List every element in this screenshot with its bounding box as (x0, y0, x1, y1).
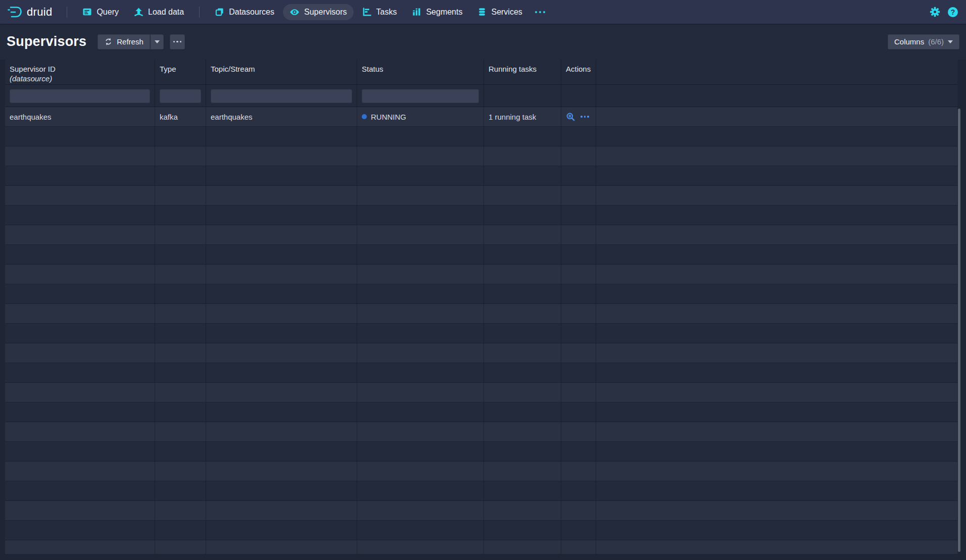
refresh-dropdown-button[interactable] (150, 34, 164, 49)
filter-input-type[interactable] (160, 89, 201, 103)
empty-cell (5, 462, 155, 481)
empty-cell (596, 127, 957, 146)
nav-overflow-more-icon[interactable] (530, 7, 550, 17)
nav-item-label: Tasks (376, 8, 397, 17)
empty-cell (596, 186, 957, 205)
empty-cell (206, 166, 357, 185)
empty-cell (596, 442, 957, 461)
empty-cell (596, 245, 957, 264)
nav-item-services[interactable]: Services (471, 4, 528, 20)
empty-cell (484, 166, 561, 185)
empty-cell (155, 166, 206, 185)
nav-item-supervisors[interactable]: Supervisors (283, 4, 353, 20)
empty-cell (155, 324, 206, 343)
empty-cell (561, 245, 596, 264)
nav-item-query[interactable]: Query (76, 4, 125, 20)
empty-cell (155, 186, 206, 205)
columns-dropdown-button[interactable]: Columns (6/6) (888, 34, 959, 49)
cell-running-tasks: 1 running task (484, 107, 561, 126)
empty-cell (484, 206, 561, 225)
nav-item-load-data[interactable]: Load data (127, 4, 190, 20)
header-more-button[interactable] (170, 34, 185, 49)
nav-right-controls: ? (930, 7, 958, 17)
columns-button-label: Columns (894, 37, 924, 46)
empty-cell (596, 363, 957, 382)
empty-cell (5, 127, 155, 146)
filter-input-topic-stream[interactable] (211, 89, 352, 103)
table-filter-row (5, 85, 957, 107)
druid-logo[interactable]: druid (7, 6, 52, 19)
nav-item-tasks[interactable]: Tasks (356, 4, 404, 20)
empty-cell (5, 343, 155, 363)
column-header-actions[interactable]: Actions (561, 60, 596, 84)
column-header-topic-stream[interactable]: Topic/Stream (206, 60, 357, 84)
column-header-supervisor-id[interactable]: Supervisor ID (datasource) (5, 60, 155, 84)
table-row-empty (5, 343, 957, 363)
page-header: Supervisors Refresh Columns (6/6) (0, 24, 966, 60)
empty-cell (155, 265, 206, 284)
empty-cell (561, 462, 596, 481)
empty-cell (206, 540, 357, 554)
vertical-scrollbar-thumb[interactable] (958, 109, 960, 552)
empty-cell (155, 402, 206, 422)
status-label: RUNNING (371, 113, 406, 121)
empty-cell (596, 265, 957, 284)
column-header-status[interactable]: Status (357, 60, 484, 84)
empty-cell (206, 245, 357, 264)
table-row-empty (5, 265, 957, 284)
empty-cell (357, 186, 484, 205)
empty-cell (596, 422, 957, 441)
empty-cell (155, 481, 206, 500)
table-row-empty (5, 245, 957, 265)
empty-cell (5, 304, 155, 323)
table-row-empty (5, 363, 957, 383)
empty-cell (561, 146, 596, 166)
druid-logo-icon (7, 6, 22, 19)
empty-cell (206, 383, 357, 402)
empty-cell (484, 343, 561, 363)
empty-cell (206, 324, 357, 343)
empty-cell (357, 166, 484, 185)
empty-cell (357, 265, 484, 284)
table-row-empty (5, 521, 957, 540)
empty-cell (484, 324, 561, 343)
empty-cell (357, 501, 484, 520)
empty-cell (357, 422, 484, 441)
empty-cell (484, 481, 561, 500)
empty-cell (5, 284, 155, 303)
filter-input-status[interactable] (362, 89, 479, 103)
empty-cell (596, 324, 957, 343)
empty-cell (206, 363, 357, 382)
empty-cell (155, 343, 206, 363)
table-row-earthquakes[interactable]: earthquakes kafka earthquakes RUNNING 1 … (5, 107, 957, 127)
empty-cell (484, 245, 561, 264)
nav-item-datasources[interactable]: Datasources (208, 4, 281, 20)
column-header-type[interactable]: Type (155, 60, 206, 84)
empty-cell (357, 540, 484, 554)
empty-cell (5, 521, 155, 540)
help-icon[interactable]: ? (948, 7, 958, 17)
table-row-empty (5, 501, 957, 521)
nav-item-segments[interactable]: Segments (405, 4, 469, 20)
empty-cell (484, 304, 561, 323)
magnifier-detail-icon[interactable] (566, 112, 575, 122)
column-header-running-tasks[interactable]: Running tasks (484, 60, 561, 84)
refresh-button[interactable]: Refresh (98, 34, 150, 49)
empty-cell (206, 265, 357, 284)
refresh-button-label: Refresh (117, 37, 143, 46)
table-row-empty (5, 206, 957, 225)
empty-cell (155, 422, 206, 441)
cell-status: RUNNING (357, 107, 484, 126)
row-more-actions-icon[interactable] (581, 116, 589, 118)
empty-cell (155, 206, 206, 225)
empty-cell (484, 402, 561, 422)
gear-icon[interactable] (930, 7, 940, 17)
filter-input-supervisor-id[interactable] (10, 89, 150, 103)
empty-cell (5, 501, 155, 520)
table-body: earthquakes kafka earthquakes RUNNING 1 … (5, 107, 957, 554)
empty-cell (561, 402, 596, 422)
empty-cell (561, 442, 596, 461)
empty-cell (206, 225, 357, 244)
stacked-chart-icon (412, 7, 421, 17)
empty-cell (596, 146, 957, 166)
